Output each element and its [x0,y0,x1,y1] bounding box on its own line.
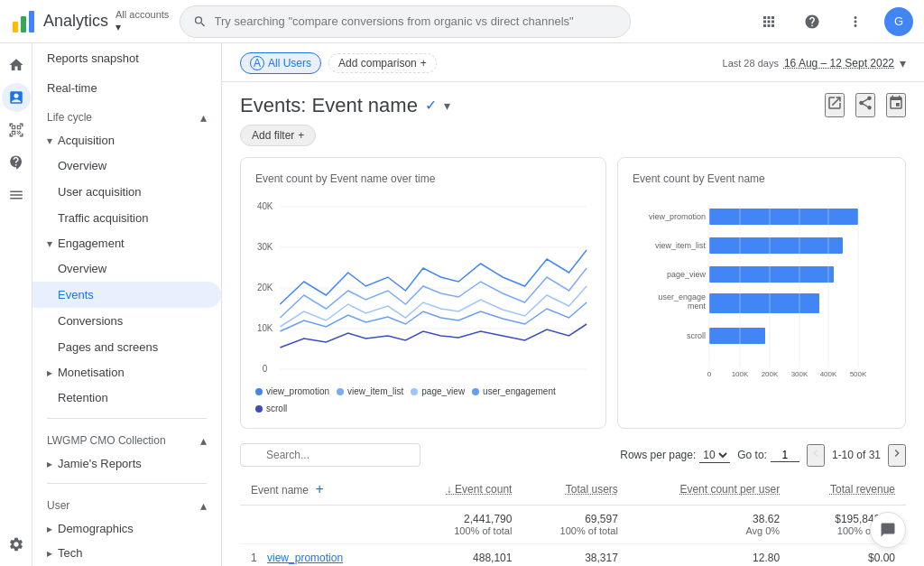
next-page-btn[interactable] [888,444,906,467]
line-chart-legend: view_promotion view_item_list page_view … [255,386,591,413]
sidebar-group-monetisation[interactable]: ▸ Monetisation [32,360,221,385]
sidebar-item-eng-overview[interactable]: Overview [32,255,221,282]
legend-user-engagement: user_engagement [472,386,556,396]
engagement-label: Engagement [58,237,125,250]
configure-icon[interactable] [2,181,31,209]
logo-area: Analytics All accounts ▾ [11,9,169,34]
table-header: Event name + ↓ Event count Total users E… [240,474,906,506]
global-search-bar[interactable] [180,5,631,38]
row1-total-users: 38,317 [522,544,628,567]
search-input[interactable] [215,14,618,28]
svg-rect-25 [709,209,858,225]
sidebar-item-retention[interactable]: Retention [32,385,221,411]
svg-rect-27 [709,266,834,283]
user-arrow[interactable]: ▴ [200,498,207,513]
legend-dot-page-view [411,388,418,395]
reports-icon[interactable] [2,83,31,112]
export-btn[interactable] [825,93,845,117]
table-search-input[interactable] [240,443,420,467]
add-comparison-btn[interactable]: Add comparison + [328,53,437,73]
explore-icon[interactable] [2,116,31,144]
svg-text:ment: ment [688,302,707,311]
svg-text:30K: 30K [257,242,273,252]
page-title: Events: Event name [240,94,418,117]
svg-text:0: 0 [263,364,268,374]
svg-rect-0 [13,22,18,32]
svg-text:40K: 40K [257,201,273,211]
acquisition-label: Acquisition [58,134,115,147]
sidebar-item-real-time[interactable]: Real-time [32,73,221,103]
demographics-arrow: ▸ [47,523,52,535]
content-area: A All Users Add comparison + Last 28 day… [222,43,924,566]
go-to-input[interactable] [771,449,799,462]
sidebar-group-jamies[interactable]: ▸ Jamie's Reports [32,451,221,476]
legend-dot-scroll [255,405,263,413]
share-btn[interactable] [855,93,875,117]
account-selector[interactable]: All accounts ▾ [116,9,169,34]
main-layout: Reports snapshot Real-time Life cycle ▴ … [0,43,924,566]
table-section: Rows per page: 10 25 50 Go to: [222,443,924,566]
line-chart-svg: 40K 30K 20K 10K 0 [255,196,591,376]
svg-rect-26 [709,237,843,254]
prev-page-btn[interactable] [807,444,825,467]
th-event-count[interactable]: ↓ Event count [407,474,523,506]
sidebar-item-traffic-acquisition[interactable]: Traffic acquisition [32,205,221,231]
sidebar-group-acquisition[interactable]: ▾ Acquisition [32,128,221,153]
legend-view-promotion: view_promotion [255,386,329,396]
date-range-value[interactable]: 16 Aug – 12 Sept 2022 [784,57,894,70]
svg-text:view_promotion: view_promotion [649,212,706,221]
th-event-name: Event name + [240,474,407,506]
svg-text:view_item_list: view_item_list [655,241,707,250]
lifecycle-arrow[interactable]: ▴ [200,110,207,125]
sidebar-item-user-acquisition[interactable]: User acquisition [32,179,221,205]
lwgmp-arrow[interactable]: ▴ [200,433,207,448]
all-users-badge[interactable]: A All Users [240,52,321,74]
chat-btn[interactable] [870,512,906,548]
sidebar-group-demographics[interactable]: ▸ Demographics [32,516,221,541]
sidebar-item-pages-screens[interactable]: Pages and screens [32,334,221,360]
topbar: Analytics All accounts ▾ G [0,0,924,43]
row1-event-per-user: 12.80 [629,544,790,567]
svg-text:100K: 100K [732,370,749,378]
legend-label-user-engagement: user_engagement [483,386,556,396]
account-label: All accounts [116,9,169,21]
add-filter-btn[interactable]: Add filter + [240,125,316,146]
charts-section: Event count by Event name over time 40K … [222,157,924,443]
sidebar-item-acq-overview[interactable]: Overview [32,153,221,179]
more-options-icon[interactable] [841,7,870,36]
sidebar-group-engagement[interactable]: ▾ Engagement [32,231,221,255]
add-event-col-btn[interactable]: + [315,481,323,496]
legend-label-view-item-list: view_item_list [347,386,403,396]
app-title: Analytics [43,12,108,31]
sidebar-group-tech[interactable]: ▸ Tech [32,541,221,565]
explore-data-btn[interactable] [886,93,906,117]
legend-label-page-view: page_view [421,386,465,396]
line-chart-title: Event count by Event name over time [255,172,591,185]
demographics-label: Demographics [58,522,134,535]
settings-icon[interactable] [2,530,31,559]
date-chevron[interactable]: ▾ [900,56,906,70]
row1-event-name: view_promotion [267,552,343,564]
total-users: 69,597 100% of total [522,506,628,544]
advertising-icon[interactable] [2,148,31,177]
lwgmp-section: LWGMP CMO Collection ▴ [32,426,221,451]
home-icon[interactable] [2,51,31,79]
search-icon [193,14,207,29]
legend-dot-view-item-list [337,388,344,395]
help-icon[interactable] [798,7,827,36]
legend-scroll: scroll [255,404,287,413]
rows-per-page: Rows per page: 10 25 50 [620,448,730,463]
svg-text:300K: 300K [791,370,808,378]
rows-per-page-select[interactable]: 10 25 50 [699,448,730,463]
sidebar-item-events[interactable]: Events [32,282,221,308]
table-row: 1 view_promotion 488,101 38,317 12.80 $0… [240,544,906,567]
svg-text:400K: 400K [820,370,837,378]
date-area: Last 28 days 16 Aug – 12 Sept 2022 ▾ [723,56,906,70]
content-header: A All Users Add comparison + Last 28 day… [222,43,924,82]
row1-event-link[interactable]: view_promotion [267,552,343,564]
page-title-chevron[interactable]: ▾ [444,98,450,113]
sidebar-item-reports-snapshot[interactable]: Reports snapshot [32,43,221,73]
sidebar-item-conversions[interactable]: Conversions [32,308,221,334]
avatar[interactable]: G [884,7,913,36]
apps-icon[interactable] [754,7,783,36]
